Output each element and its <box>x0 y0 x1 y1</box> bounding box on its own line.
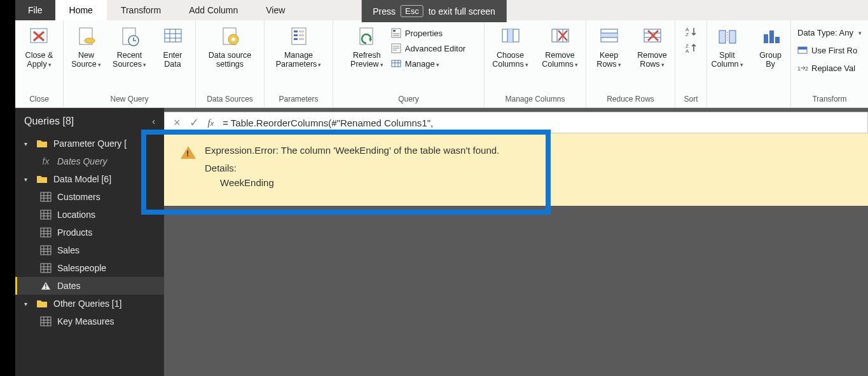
choose-columns-button[interactable]: Choose Columns <box>486 23 535 72</box>
queries-item-key-measures[interactable]: Key Measures <box>15 312 164 330</box>
svg-rect-6 <box>165 29 181 42</box>
first-row-headers-button[interactable]: Use First Ro <box>796 44 858 57</box>
svg-rect-17 <box>294 38 298 40</box>
group-by-label: Group By <box>759 51 782 69</box>
queries-item-salespeople[interactable]: Salespeople <box>15 259 164 277</box>
ribbon: Close & Apply Close New Source Recent So… <box>15 20 868 108</box>
queries-group-data-model[interactable]: Data Model [6] <box>15 170 164 188</box>
group-newquery-label: New Query <box>64 92 195 107</box>
remove-rows-button[interactable]: Remove Rows <box>631 23 674 72</box>
formula-text[interactable]: = Table.ReorderColumns(#"Renamed Columns… <box>223 117 433 128</box>
refresh-icon <box>356 25 378 47</box>
sort-desc-button[interactable]: ZA <box>686 43 696 53</box>
list-item-label: Products <box>57 227 92 238</box>
queries-collapse-button[interactable]: ‹ <box>152 116 155 126</box>
first-row-label: Use First Ro <box>811 46 857 55</box>
queries-item-customers[interactable]: Customers <box>15 188 164 206</box>
list-item-label: Locations <box>57 210 95 220</box>
close-apply-button[interactable]: Close & Apply <box>18 23 61 72</box>
keep-rows-button[interactable]: Keep Rows <box>588 23 631 72</box>
svg-rect-30 <box>392 60 401 67</box>
queries-item-dates-query[interactable]: fx Dates Query <box>15 152 164 170</box>
recent-sources-icon <box>119 25 141 47</box>
data-type-label: Data Type: Any <box>797 28 853 37</box>
new-source-button[interactable]: New Source <box>65 23 108 72</box>
choose-columns-label: Choose Columns <box>492 51 528 69</box>
split-column-icon <box>717 25 738 47</box>
fs-post: to exit full screen <box>429 6 495 17</box>
svg-rect-56 <box>775 37 780 43</box>
properties-label: Properties <box>405 29 443 38</box>
svg-text:A: A <box>685 48 689 54</box>
list-item-label: Customers <box>57 192 100 202</box>
svg-rect-81 <box>41 264 51 272</box>
data-source-settings-icon <box>219 25 241 47</box>
remove-rows-icon <box>642 25 663 47</box>
esc-key: Esc <box>401 5 424 17</box>
data-source-settings-button[interactable]: Data source settings <box>200 23 261 72</box>
queries-item-sales[interactable]: Sales <box>15 241 164 259</box>
svg-rect-61 <box>41 192 51 201</box>
recent-sources-button[interactable]: Recent Sources <box>108 23 151 72</box>
advanced-editor-button[interactable]: Advanced Editor <box>390 42 467 55</box>
queries-panel: Queries [8] ‹ Parameter Query [ fx Dates… <box>15 108 164 376</box>
remove-columns-button[interactable]: Remove Columns <box>535 23 585 72</box>
queries-group-parameter[interactable]: Parameter Query [ <box>15 135 164 152</box>
manage-query-icon <box>391 58 401 69</box>
chevron-down-icon <box>24 140 31 147</box>
dates-query-label: Dates Query <box>57 156 107 166</box>
queries-group-other[interactable]: Other Queries [1] <box>15 295 164 312</box>
split-column-label: Split Column <box>711 51 743 69</box>
formula-cancel-icon[interactable]: × <box>174 116 181 130</box>
replace-values-icon: 12 <box>797 63 808 73</box>
svg-rect-15 <box>294 30 298 32</box>
svg-rect-52 <box>719 30 726 43</box>
manage-query-button[interactable]: Manage <box>390 57 441 70</box>
group-close-label: Close <box>15 92 63 107</box>
tab-file[interactable]: File <box>15 0 55 20</box>
replace-values-label: Replace Val <box>811 64 855 73</box>
formula-commit-icon[interactable]: ✓ <box>189 116 199 130</box>
svg-rect-23 <box>393 30 396 32</box>
queries-item-products[interactable]: Products <box>15 224 164 241</box>
tab-transform[interactable]: Transform <box>107 0 175 20</box>
group-sort-label: Sort <box>675 92 706 107</box>
replace-values-button[interactable]: 12 Replace Val <box>796 62 857 74</box>
group-by-button[interactable]: Group By <box>749 23 792 72</box>
queries-group-data-model-label: Data Model [6] <box>53 174 111 184</box>
group-datasources-label: Data Sources <box>196 92 264 107</box>
data-type-button[interactable]: Data Type: Any <box>796 27 863 39</box>
properties-icon <box>391 28 401 38</box>
close-apply-label: Close & Apply <box>25 51 53 69</box>
group-by-icon <box>760 25 782 47</box>
tab-view[interactable]: View <box>252 0 299 20</box>
preview-canvas <box>164 206 868 376</box>
enter-data-icon <box>162 25 184 47</box>
enter-data-button[interactable]: Enter Data <box>151 23 195 72</box>
first-row-icon <box>797 45 808 55</box>
sort-asc-button[interactable]: AZ <box>686 27 696 37</box>
group-parameters-label: Parameters <box>265 92 333 107</box>
split-column-button[interactable]: Split Column <box>706 23 749 72</box>
sort-desc-icon: ZA <box>686 43 696 53</box>
svg-text:!: ! <box>45 283 46 290</box>
remove-columns-label: Remove Columns <box>542 51 577 69</box>
refresh-preview-button[interactable]: Refresh Preview <box>345 23 389 72</box>
advanced-editor-icon <box>391 43 401 53</box>
remove-rows-label: Remove Rows <box>637 51 667 69</box>
svg-text:Z: Z <box>685 32 689 37</box>
queries-item-dates[interactable]: ! Dates <box>15 277 164 295</box>
properties-button[interactable]: Properties <box>390 27 444 39</box>
error-banner: Expression.Error: The column 'WeekEnding… <box>164 133 868 206</box>
svg-rect-19 <box>299 34 304 36</box>
manage-parameters-button[interactable]: Manage Parameters <box>268 23 329 72</box>
tab-add-column[interactable]: Add Column <box>175 0 252 20</box>
tab-home[interactable]: Home <box>55 0 107 20</box>
svg-rect-35 <box>507 29 513 42</box>
close-apply-icon <box>29 25 50 47</box>
svg-text:2: 2 <box>805 65 808 72</box>
queries-item-locations[interactable]: Locations <box>15 206 164 224</box>
svg-rect-87 <box>41 317 51 326</box>
formula-bar[interactable]: × ✓ fx = Table.ReorderColumns(#"Renamed … <box>164 112 868 133</box>
svg-rect-58 <box>798 47 807 50</box>
